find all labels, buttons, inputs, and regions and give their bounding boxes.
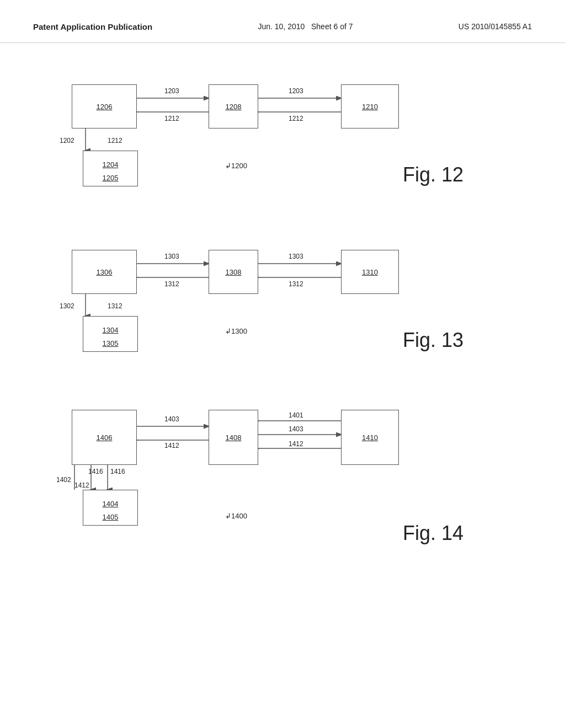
box-1308: 1308 [209,250,258,294]
ref-1303-left: 1303 [164,253,179,260]
box-1310: 1310 [341,250,399,294]
ref-1416-1: 1416 [88,468,103,475]
ref-1312-right: 1312 [289,280,303,288]
box-1206-label: 1206 [97,103,113,111]
ref-1403-top: 1403 [164,415,179,423]
ref-1412-top: 1412 [164,442,179,449]
ref-1302: 1302 [60,302,74,310]
box-1405-label: 1405 [103,513,119,521]
ref-1212-right: 1212 [289,115,303,122]
box-1205-label: 1205 [103,174,119,182]
fig13-curve-num: ↲1300 [225,327,247,335]
box-1304-label: 1304 [103,326,119,334]
publication-date: Jun. 10, 2010 [258,22,305,31]
box-1210: 1210 [341,84,399,129]
patent-number: US 2010/0145855 A1 [459,22,532,31]
ref-1403-right: 1403 [289,425,303,433]
box-1405: 1405 [83,509,138,526]
box-1306-label: 1306 [97,268,113,276]
ref-1412-side: 1412 [74,481,89,489]
ref-1202: 1202 [60,137,74,144]
box-1306: 1306 [72,250,137,294]
box-1206: 1206 [72,84,137,129]
box-1305-label: 1305 [103,339,119,347]
ref-1303-right: 1303 [289,253,303,260]
fig12-curve-num: ↲1200 [225,162,247,170]
ref-1402: 1402 [56,476,71,484]
box-1210-label: 1210 [362,103,378,111]
ref-1412-right: 1412 [289,440,303,448]
box-1408: 1408 [209,410,258,465]
box-1205: 1205 [83,170,138,186]
fig14-curve-num: ↲1400 [225,512,247,520]
box-1408-label: 1408 [226,433,242,442]
patent-publication-title: Patent Application Publication [33,22,152,31]
box-1404-label: 1404 [103,500,119,508]
ref-1212-left: 1212 [164,115,179,122]
box-1410-label: 1410 [362,433,378,442]
ref-1401: 1401 [289,411,303,419]
box-1410: 1410 [341,410,399,465]
fig12-label: Fig. 12 [403,163,463,186]
fig12-container: 1206 1208 1210 1204 1205 1203 1212 1203 … [44,65,475,197]
page-header: Patent Application Publication Jun. 10, … [0,0,565,43]
box-1310-label: 1310 [362,268,378,276]
header-left: Patent Application Publication [33,22,152,31]
header-center: Jun. 10, 2010 Sheet 6 of 7 [258,22,353,31]
fig14-label: Fig. 14 [403,522,463,545]
diagrams-area: 1206 1208 1210 1204 1205 1203 1212 1203 … [0,43,565,578]
sheet-info: Sheet 6 of 7 [311,22,353,31]
box-1308-label: 1308 [226,268,242,276]
box-1204-label: 1204 [103,160,119,169]
ref-1312-left: 1312 [164,280,179,288]
box-1406: 1406 [72,410,137,465]
fig14-container: 1406 1408 1410 1404 1405 1403 1412 1401 … [44,396,475,556]
ref-1212-side: 1212 [108,137,122,144]
fig13-container: 1306 1308 1310 1304 1305 1303 1312 1303 … [44,231,475,363]
fig13-label: Fig. 13 [403,329,463,352]
box-1305: 1305 [83,335,138,352]
box-1208-label: 1208 [226,103,242,111]
ref-1416-2: 1416 [110,468,125,475]
header-right: US 2010/0145855 A1 [459,22,532,31]
ref-1203-left: 1203 [164,87,179,95]
box-1406-label: 1406 [97,433,113,442]
ref-1312-side: 1312 [108,302,122,310]
ref-1203-right: 1203 [289,87,303,95]
box-1208: 1208 [209,84,258,129]
